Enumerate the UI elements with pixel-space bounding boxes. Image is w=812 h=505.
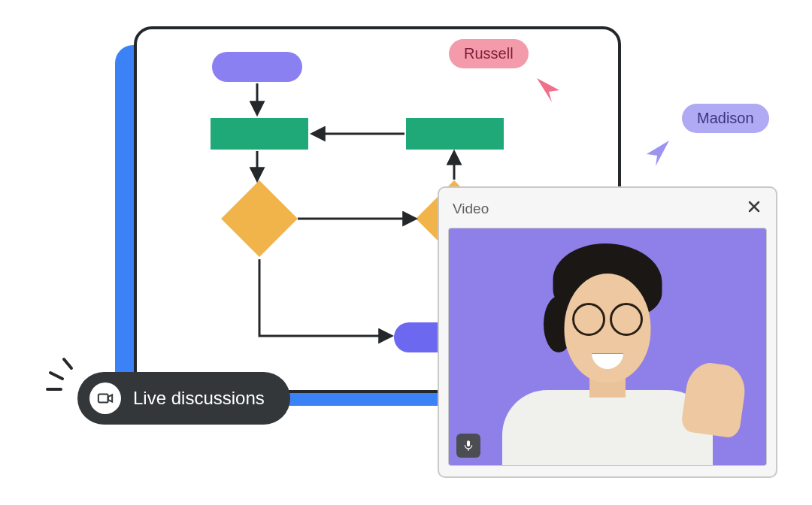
close-button[interactable] — [744, 197, 764, 220]
microphone-button[interactable] — [456, 434, 480, 458]
close-icon — [747, 200, 761, 213]
cursor-arrow-icon — [642, 138, 672, 168]
video-panel[interactable]: Video — [438, 186, 777, 478]
waving-hand — [680, 360, 748, 439]
video-title: Video — [453, 201, 489, 217]
glasses-icon — [572, 303, 643, 336]
emphasis-lines-icon — [41, 355, 79, 392]
live-discussions-pill[interactable]: Live discussions — [77, 372, 290, 425]
video-header: Video — [439, 188, 776, 228]
svg-rect-8 — [98, 395, 108, 403]
cursor-russell: Russell — [449, 39, 529, 68]
microphone-icon — [462, 440, 474, 452]
cursor-arrow-icon — [534, 75, 564, 105]
svg-line-6 — [50, 373, 62, 379]
camera-icon — [89, 383, 121, 414]
person-body — [502, 390, 713, 466]
video-frame — [448, 228, 767, 466]
live-discussions-label: Live discussions — [133, 388, 265, 409]
cursor-label: Madison — [697, 110, 754, 126]
cursor-madison: Madison — [682, 104, 769, 133]
cursor-label: Russell — [464, 45, 514, 62]
svg-line-5 — [64, 359, 71, 368]
svg-rect-11 — [467, 440, 470, 446]
